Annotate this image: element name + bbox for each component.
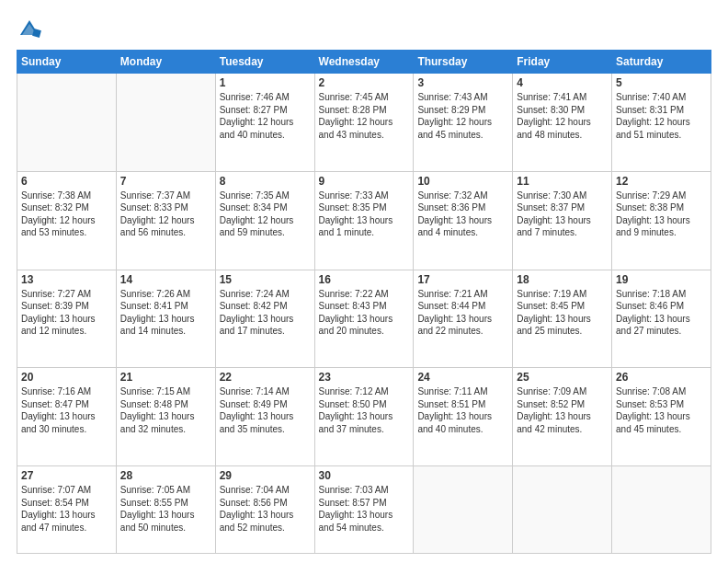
day-number: 28 xyxy=(120,469,211,482)
calendar-cell: 9Sunrise: 7:33 AM Sunset: 8:35 PM Daylig… xyxy=(314,171,414,270)
day-number: 22 xyxy=(220,371,311,384)
calendar-cell: 12Sunrise: 7:29 AM Sunset: 8:38 PM Dayli… xyxy=(612,171,711,270)
calendar-cell: 14Sunrise: 7:26 AM Sunset: 8:41 PM Dayli… xyxy=(116,270,215,368)
day-info: Sunrise: 7:05 AM Sunset: 8:55 PM Dayligh… xyxy=(120,484,211,534)
weekday-header-friday: Friday xyxy=(513,51,612,74)
calendar-cell xyxy=(414,466,513,554)
week-row-5: 27Sunrise: 7:07 AM Sunset: 8:54 PM Dayli… xyxy=(17,466,711,554)
calendar-cell: 3Sunrise: 7:43 AM Sunset: 8:29 PM Daylig… xyxy=(414,74,513,172)
calendar-cell: 1Sunrise: 7:46 AM Sunset: 8:27 PM Daylig… xyxy=(215,74,314,172)
calendar-cell: 2Sunrise: 7:45 AM Sunset: 8:28 PM Daylig… xyxy=(314,74,414,172)
day-info: Sunrise: 7:32 AM Sunset: 8:36 PM Dayligh… xyxy=(417,190,508,239)
calendar-cell: 5Sunrise: 7:40 AM Sunset: 8:31 PM Daylig… xyxy=(612,74,711,172)
day-number: 9 xyxy=(319,175,410,188)
calendar-cell: 11Sunrise: 7:30 AM Sunset: 8:37 PM Dayli… xyxy=(513,171,612,270)
weekday-header-row: SundayMondayTuesdayWednesdayThursdayFrid… xyxy=(17,51,711,74)
day-info: Sunrise: 7:03 AM Sunset: 8:57 PM Dayligh… xyxy=(319,484,410,534)
day-info: Sunrise: 7:12 AM Sunset: 8:50 PM Dayligh… xyxy=(319,385,410,435)
day-number: 21 xyxy=(120,371,211,384)
calendar-cell: 26Sunrise: 7:08 AM Sunset: 8:53 PM Dayli… xyxy=(612,368,711,466)
calendar-cell: 30Sunrise: 7:03 AM Sunset: 8:57 PM Dayli… xyxy=(314,466,414,554)
day-info: Sunrise: 7:37 AM Sunset: 8:33 PM Dayligh… xyxy=(120,190,211,239)
day-number: 16 xyxy=(319,273,410,286)
day-number: 23 xyxy=(319,371,410,384)
calendar-cell: 7Sunrise: 7:37 AM Sunset: 8:33 PM Daylig… xyxy=(116,171,215,270)
calendar-cell: 15Sunrise: 7:24 AM Sunset: 8:42 PM Dayli… xyxy=(215,270,314,368)
day-number: 20 xyxy=(21,371,112,384)
weekday-header-thursday: Thursday xyxy=(414,51,513,74)
day-number: 26 xyxy=(616,371,707,384)
calendar-cell xyxy=(513,466,612,554)
day-number: 12 xyxy=(616,175,707,188)
calendar-cell xyxy=(612,466,711,554)
day-info: Sunrise: 7:14 AM Sunset: 8:49 PM Dayligh… xyxy=(220,385,311,435)
day-number: 3 xyxy=(417,76,508,89)
day-number: 1 xyxy=(220,76,311,89)
day-number: 27 xyxy=(21,469,112,482)
day-info: Sunrise: 7:40 AM Sunset: 8:31 PM Dayligh… xyxy=(616,91,707,141)
day-info: Sunrise: 7:30 AM Sunset: 8:37 PM Dayligh… xyxy=(517,190,608,239)
calendar-cell: 25Sunrise: 7:09 AM Sunset: 8:52 PM Dayli… xyxy=(513,368,612,466)
day-number: 5 xyxy=(616,76,707,89)
day-info: Sunrise: 7:11 AM Sunset: 8:51 PM Dayligh… xyxy=(417,385,508,435)
day-info: Sunrise: 7:33 AM Sunset: 8:35 PM Dayligh… xyxy=(319,190,410,239)
day-number: 10 xyxy=(417,175,508,188)
week-row-1: 1Sunrise: 7:46 AM Sunset: 8:27 PM Daylig… xyxy=(17,74,711,172)
day-number: 13 xyxy=(21,273,112,286)
calendar-cell: 20Sunrise: 7:16 AM Sunset: 8:47 PM Dayli… xyxy=(17,368,117,466)
day-info: Sunrise: 7:09 AM Sunset: 8:52 PM Dayligh… xyxy=(517,385,608,435)
calendar-cell xyxy=(116,74,215,172)
day-number: 2 xyxy=(319,76,410,89)
day-info: Sunrise: 7:29 AM Sunset: 8:38 PM Dayligh… xyxy=(616,190,707,239)
day-info: Sunrise: 7:26 AM Sunset: 8:41 PM Dayligh… xyxy=(120,288,211,338)
day-info: Sunrise: 7:21 AM Sunset: 8:44 PM Dayligh… xyxy=(417,288,508,338)
day-info: Sunrise: 7:04 AM Sunset: 8:56 PM Dayligh… xyxy=(220,484,311,534)
day-info: Sunrise: 7:41 AM Sunset: 8:30 PM Dayligh… xyxy=(517,91,608,141)
day-info: Sunrise: 7:19 AM Sunset: 8:45 PM Dayligh… xyxy=(517,288,608,338)
calendar-cell: 17Sunrise: 7:21 AM Sunset: 8:44 PM Dayli… xyxy=(414,270,513,368)
day-number: 11 xyxy=(517,175,608,188)
day-info: Sunrise: 7:38 AM Sunset: 8:32 PM Dayligh… xyxy=(21,190,112,239)
calendar-cell: 28Sunrise: 7:05 AM Sunset: 8:55 PM Dayli… xyxy=(116,466,215,554)
calendar-cell: 18Sunrise: 7:19 AM Sunset: 8:45 PM Dayli… xyxy=(513,270,612,368)
calendar-cell: 6Sunrise: 7:38 AM Sunset: 8:32 PM Daylig… xyxy=(17,171,117,270)
day-number: 24 xyxy=(417,371,508,384)
page: SundayMondayTuesdayWednesdayThursdayFrid… xyxy=(0,0,728,563)
day-number: 4 xyxy=(517,76,608,89)
calendar-cell: 27Sunrise: 7:07 AM Sunset: 8:54 PM Dayli… xyxy=(17,466,117,554)
weekday-header-tuesday: Tuesday xyxy=(215,51,314,74)
day-number: 19 xyxy=(616,273,707,286)
day-number: 7 xyxy=(120,175,211,188)
day-number: 15 xyxy=(220,273,311,286)
day-info: Sunrise: 7:46 AM Sunset: 8:27 PM Dayligh… xyxy=(220,91,311,141)
day-number: 30 xyxy=(319,469,410,482)
day-info: Sunrise: 7:35 AM Sunset: 8:34 PM Dayligh… xyxy=(220,190,311,239)
day-info: Sunrise: 7:24 AM Sunset: 8:42 PM Dayligh… xyxy=(220,288,311,338)
day-info: Sunrise: 7:43 AM Sunset: 8:29 PM Dayligh… xyxy=(417,91,508,141)
logo-icon xyxy=(17,17,42,42)
day-number: 6 xyxy=(21,175,112,188)
day-number: 8 xyxy=(220,175,311,188)
weekday-header-monday: Monday xyxy=(116,51,215,74)
day-number: 18 xyxy=(517,273,608,286)
calendar-table: SundayMondayTuesdayWednesdayThursdayFrid… xyxy=(17,50,711,554)
logo xyxy=(17,17,46,42)
calendar-cell: 16Sunrise: 7:22 AM Sunset: 8:43 PM Dayli… xyxy=(314,270,414,368)
day-info: Sunrise: 7:15 AM Sunset: 8:48 PM Dayligh… xyxy=(120,385,211,435)
calendar-cell: 23Sunrise: 7:12 AM Sunset: 8:50 PM Dayli… xyxy=(314,368,414,466)
calendar-cell xyxy=(17,74,117,172)
day-info: Sunrise: 7:16 AM Sunset: 8:47 PM Dayligh… xyxy=(21,385,112,435)
day-number: 29 xyxy=(220,469,311,482)
week-row-2: 6Sunrise: 7:38 AM Sunset: 8:32 PM Daylig… xyxy=(17,171,711,270)
weekday-header-saturday: Saturday xyxy=(612,51,711,74)
calendar-cell: 4Sunrise: 7:41 AM Sunset: 8:30 PM Daylig… xyxy=(513,74,612,172)
day-info: Sunrise: 7:45 AM Sunset: 8:28 PM Dayligh… xyxy=(319,91,410,141)
day-info: Sunrise: 7:08 AM Sunset: 8:53 PM Dayligh… xyxy=(616,385,707,435)
day-number: 14 xyxy=(120,273,211,286)
calendar-cell: 8Sunrise: 7:35 AM Sunset: 8:34 PM Daylig… xyxy=(215,171,314,270)
calendar-cell: 29Sunrise: 7:04 AM Sunset: 8:56 PM Dayli… xyxy=(215,466,314,554)
weekday-header-wednesday: Wednesday xyxy=(314,51,414,74)
day-number: 25 xyxy=(517,371,608,384)
day-info: Sunrise: 7:18 AM Sunset: 8:46 PM Dayligh… xyxy=(616,288,707,338)
week-row-3: 13Sunrise: 7:27 AM Sunset: 8:39 PM Dayli… xyxy=(17,270,711,368)
